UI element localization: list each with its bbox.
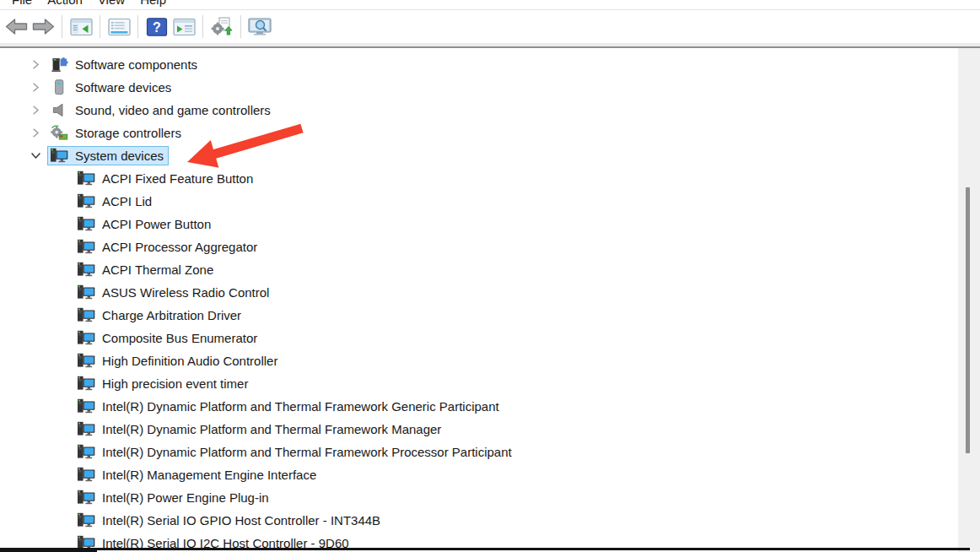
tree-item[interactable]: ACPI Power Button (0, 213, 980, 235)
tree-item-body[interactable]: Intel(R) Power Engine Plug-in (74, 488, 274, 507)
tree-item[interactable]: Intel(R) Dynamic Platform and Thermal Fr… (0, 418, 980, 441)
software-components-icon (50, 57, 68, 73)
console-tree-icon (70, 18, 93, 36)
tree-item[interactable]: ACPI Processor Aggregator (0, 235, 980, 258)
menu-file[interactable]: File (4, 0, 40, 7)
tree-item-body[interactable]: ACPI Fixed Feature Button (74, 169, 258, 188)
tree-item-body[interactable]: Intel(R) Management Engine Interface (74, 465, 321, 484)
arrow-right-icon (31, 17, 56, 36)
system-icon (77, 490, 95, 506)
menu-help[interactable]: Help (132, 0, 174, 7)
tree-item-label: Composite Bus Enumerator (102, 331, 257, 345)
tree-item-body[interactable]: Storage controllers (47, 123, 186, 143)
tree-item-body[interactable]: Software components (47, 55, 202, 74)
scan-hardware-changes-button[interactable] (208, 14, 235, 41)
tree-item-body[interactable]: System devices (47, 146, 169, 165)
tree-item[interactable]: Sound, video and game controllers (0, 99, 980, 122)
tree-item[interactable]: Intel(R) Management Engine Interface (0, 463, 980, 486)
menubar: FileActionViewHelp (0, 0, 980, 10)
device-manager-window: FileActionViewHelp ? Software components… (0, 0, 980, 552)
tree-item-body[interactable]: ACPI Power Button (74, 214, 216, 234)
system-icon (77, 444, 95, 460)
chevron-right-icon[interactable] (29, 81, 42, 95)
tree-item-body[interactable]: Charge Arbitration Driver (74, 306, 246, 325)
tree-item-label: Intel(R) Dynamic Platform and Thermal Fr… (102, 399, 499, 414)
tree-item-body[interactable]: Sound, video and game controllers (47, 100, 276, 120)
tree-item-body[interactable]: ASUS Wireless Radio Control (74, 283, 274, 302)
help-button[interactable]: ? (143, 14, 170, 41)
tree-item-body[interactable]: Intel(R) Serial IO GPIO Host Controller … (74, 511, 385, 530)
action-pane-button[interactable] (170, 14, 197, 41)
chevron-down-icon[interactable] (29, 149, 42, 163)
tree-item-body[interactable]: Intel(R) Dynamic Platform and Thermal Fr… (74, 397, 504, 416)
tree-item-label: ACPI Thermal Zone (102, 262, 213, 277)
tree-item-label: High Definition Audio Controller (102, 354, 277, 368)
tree-item-label: Intel(R) Serial IO GPIO Host Controller … (102, 513, 380, 528)
chevron-right-icon[interactable] (29, 104, 42, 117)
tree-item[interactable]: ACPI Fixed Feature Button (0, 167, 980, 190)
tree-item[interactable]: Software devices (0, 76, 980, 99)
tree-item[interactable]: Intel(R) Dynamic Platform and Thermal Fr… (0, 441, 980, 463)
menu-view[interactable]: View (90, 0, 132, 7)
tree-item-body[interactable]: High precision event timer (74, 374, 253, 393)
toolbar: ? (0, 10, 980, 43)
tree-item-label: ACPI Lid (102, 194, 152, 208)
tree-item-label: High precision event timer (102, 376, 248, 391)
tree-item[interactable]: High precision event timer (0, 372, 980, 395)
tree-item-label: Intel(R) Power Engine Plug-in (102, 490, 269, 505)
tree-item-body[interactable]: Intel(R) Dynamic Platform and Thermal Fr… (74, 419, 446, 439)
tree-item-label: Intel(R) Management Engine Interface (102, 468, 316, 482)
sound-icon (50, 102, 68, 118)
menubar-items: FileActionViewHelp (0, 0, 980, 7)
tree-item-body[interactable]: ACPI Processor Aggregator (74, 237, 262, 257)
tree-item[interactable]: ACPI Thermal Zone (0, 258, 980, 281)
scrollbar-thumb[interactable] (966, 187, 970, 453)
tree-item[interactable]: ACPI Lid (0, 190, 980, 213)
system-icon (77, 193, 95, 209)
tree-item-label: Storage controllers (75, 126, 181, 140)
chevron-right-icon[interactable] (29, 127, 42, 140)
system-icon (77, 353, 95, 369)
tree-item[interactable]: Charge Arbitration Driver (0, 304, 980, 327)
tree-item-body[interactable]: ACPI Lid (74, 192, 157, 211)
forward-button[interactable] (30, 14, 57, 41)
remote-search-button[interactable] (246, 14, 273, 41)
system-icon (50, 148, 68, 164)
tree-item[interactable]: Intel(R) Serial IO GPIO Host Controller … (0, 509, 980, 532)
menu-action[interactable]: Action (40, 0, 90, 7)
vertical-scrollbar[interactable] (958, 48, 980, 552)
tree-item[interactable]: System devices (0, 144, 980, 167)
system-icon (77, 398, 95, 414)
tree-item-body[interactable]: Intel(R) Dynamic Platform and Thermal Fr… (74, 442, 517, 462)
chevron-right-icon[interactable] (29, 58, 42, 72)
tree-item[interactable]: High Definition Audio Controller (0, 349, 980, 372)
tree-item-label: ACPI Fixed Feature Button (102, 171, 253, 186)
software-devices-icon (50, 79, 68, 95)
tree-item-label: ACPI Processor Aggregator (102, 240, 257, 254)
system-icon (77, 376, 95, 392)
tree-item[interactable]: Storage controllers (0, 122, 980, 144)
tree-item[interactable]: Intel(R) Power Engine Plug-in (0, 486, 980, 509)
toolbar-separator (240, 15, 241, 38)
tree-item-body[interactable]: ACPI Thermal Zone (74, 260, 218, 279)
tree-item[interactable]: ASUS Wireless Radio Control (0, 281, 980, 304)
properties-button[interactable] (105, 14, 132, 41)
tree-item[interactable]: Composite Bus Enumerator (0, 327, 980, 349)
tree-item[interactable]: Intel(R) Dynamic Platform and Thermal Fr… (0, 395, 980, 418)
device-tree: Software componentsSoftware devicesSound… (0, 48, 980, 552)
back-button[interactable] (3, 14, 30, 41)
tree-item-body[interactable]: Software devices (47, 78, 176, 97)
tree-item-label: Software devices (75, 80, 171, 95)
action-pane-icon (173, 18, 196, 36)
tree-item-label: Software components (75, 57, 197, 72)
system-icon (77, 170, 95, 187)
properties-icon (108, 18, 131, 36)
system-icon (77, 284, 95, 300)
svg-text:?: ? (153, 19, 161, 34)
tree-item-body[interactable]: Composite Bus Enumerator (74, 328, 262, 348)
tree-item-body[interactable]: High Definition Audio Controller (74, 351, 283, 371)
show-console-tree-button[interactable] (67, 14, 94, 41)
tree-item-label: System devices (75, 149, 164, 163)
tree-item[interactable]: Software components (0, 53, 980, 76)
tree-item-label: Sound, video and game controllers (75, 103, 271, 117)
